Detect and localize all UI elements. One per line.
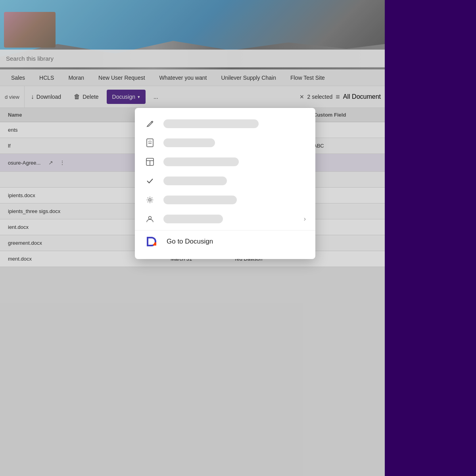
gear-icon (144, 194, 155, 205)
svg-point-9 (149, 217, 152, 219)
svg-point-8 (149, 199, 151, 201)
docusign-menu-item-document[interactable] (135, 133, 315, 152)
menu-item-label-3 (163, 157, 239, 166)
menu-item-label-2 (163, 138, 215, 147)
go-to-docusign-item[interactable]: Go to Docusign (135, 230, 315, 253)
menu-item-label-6 (163, 215, 223, 223)
go-to-docusign-label: Go to Docusign (167, 238, 213, 246)
pencil-icon (144, 118, 155, 129)
svg-rect-1 (147, 139, 153, 147)
menu-item-label-5 (163, 196, 237, 204)
menu-item-label-4 (163, 177, 227, 185)
docusign-menu-item-settings[interactable] (135, 190, 315, 209)
menu-item-label-1 (163, 119, 259, 128)
docusign-menu-item-user[interactable]: › (135, 209, 315, 228)
table-icon (144, 156, 155, 167)
docusign-menu-item-template[interactable] (135, 152, 315, 171)
document-icon (144, 137, 155, 148)
checkmark-icon (144, 175, 155, 186)
person-icon (144, 213, 155, 225)
docusign-menu-item-sign[interactable] (135, 114, 315, 133)
docusign-logo-icon (144, 234, 159, 249)
docusign-menu: › Go to Docusign (135, 108, 315, 259)
svg-rect-4 (149, 140, 151, 142)
submenu-arrow-icon: › (304, 215, 306, 223)
docusign-menu-item-approve[interactable] (135, 171, 315, 190)
